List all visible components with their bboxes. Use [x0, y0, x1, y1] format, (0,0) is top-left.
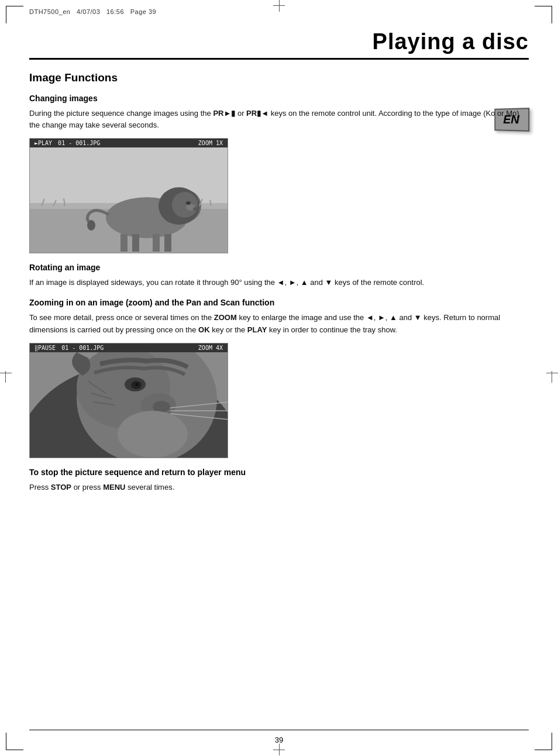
page-title: Playing a disc [373, 29, 529, 54]
subheading-rotating: Rotating an image [29, 263, 529, 272]
screenshot-2-image [30, 352, 228, 458]
crosshair-right [546, 367, 558, 389]
top-metadata: DTH7500_en 4/07/03 16:56 Page 39 [29, 8, 156, 15]
screenshot-1: ►PLAY 01 - 001.JPG ZOOM 1X [29, 138, 228, 253]
corner-mark-tr [535, 6, 552, 23]
body-changing-images: During the picture sequence change image… [29, 108, 529, 131]
screenshot-2: ‖PAUSE 01 - 001.JPG ZOOM 4X [29, 343, 228, 458]
screenshot-2-bar: ‖PAUSE 01 - 001.JPG ZOOM 4X [30, 343, 228, 352]
subheading-zooming: Zooming in on an image (zoom) and the Pa… [29, 298, 529, 307]
svg-point-10 [186, 201, 191, 205]
body-rotating: If an image is displayed sideways, you c… [29, 277, 529, 288]
svg-rect-12 [132, 234, 139, 252]
section-heading: Image Functions [29, 71, 529, 84]
svg-point-34 [118, 411, 188, 458]
body-zooming: To see more detail, press once or severa… [29, 312, 529, 335]
page-footer: 39 [0, 730, 558, 744]
page-content: Playing a disc Image Functions Changing … [29, 29, 529, 727]
page-title-section: Playing a disc [29, 29, 529, 60]
footer-line [29, 730, 529, 730]
svg-point-27 [153, 401, 170, 413]
svg-rect-13 [153, 234, 160, 252]
body-stop: Press STOP or press MENU several times. [29, 482, 529, 493]
corner-mark-tl [6, 6, 23, 23]
svg-point-9 [193, 207, 198, 211]
svg-point-30 [135, 383, 139, 386]
screenshot-2-pause: ‖PAUSE [35, 345, 56, 351]
screenshot-1-play: ►PLAY [35, 140, 52, 146]
svg-point-15 [87, 220, 95, 231]
screenshot-1-bar: ►PLAY 01 - 001.JPG ZOOM 1X [30, 139, 228, 147]
screenshot-1-image [30, 147, 228, 253]
page-number: 39 [275, 736, 283, 744]
svg-rect-14 [164, 234, 171, 252]
svg-rect-11 [120, 234, 128, 252]
screenshot-2-filename: 01 - 001.JPG [61, 345, 104, 351]
crosshair-top [273, 0, 285, 12]
screenshot-2-zoom: ZOOM 4X [198, 345, 223, 351]
subheading-changing-images: Changing images [29, 94, 529, 103]
subheading-stop: To stop the picture sequence and return … [29, 468, 529, 477]
screenshot-1-zoom: ZOOM 1X [198, 140, 223, 146]
screenshot-1-filename: 01 - 001.JPG [58, 140, 100, 146]
crosshair-left [0, 367, 12, 389]
crosshair-bottom [273, 744, 285, 756]
